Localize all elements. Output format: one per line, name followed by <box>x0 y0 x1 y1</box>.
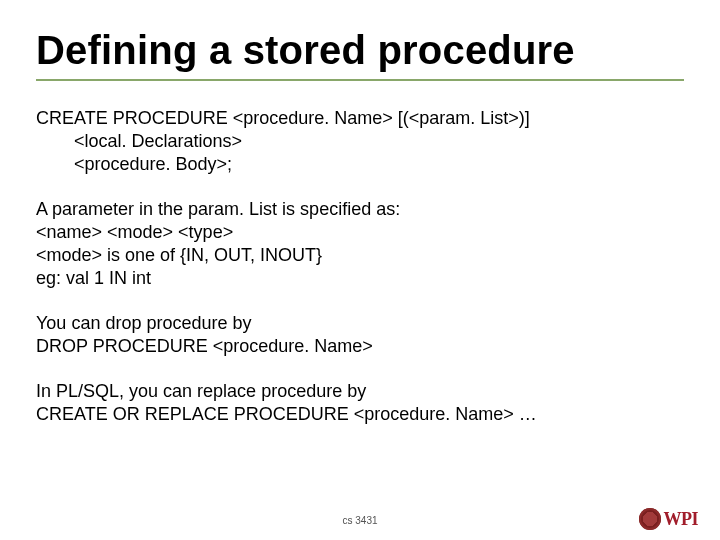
code-line: <procedure. Body>; <box>36 153 684 176</box>
text-line: You can drop procedure by <box>36 312 684 335</box>
slide-title: Defining a stored procedure <box>36 28 684 73</box>
text-line: <mode> is one of {IN, OUT, INOUT} <box>36 244 684 267</box>
paragraph: A parameter in the param. List is specif… <box>36 198 684 290</box>
wpi-wordmark: WPI <box>664 509 699 530</box>
code-block: CREATE PROCEDURE <procedure. Name> [(<pa… <box>36 107 684 176</box>
paragraph: In PL/SQL, you can replace procedure by … <box>36 380 684 426</box>
wpi-logo: WPI <box>639 508 699 530</box>
text-line: In PL/SQL, you can replace procedure by <box>36 380 684 403</box>
paragraph: You can drop procedure by DROP PROCEDURE… <box>36 312 684 358</box>
text-line: DROP PROCEDURE <procedure. Name> <box>36 335 684 358</box>
wpi-seal-icon <box>639 508 661 530</box>
slide-body: CREATE PROCEDURE <procedure. Name> [(<pa… <box>36 107 684 426</box>
text-line: <name> <mode> <type> <box>36 221 684 244</box>
footer-text: cs 3431 <box>0 515 720 526</box>
title-underline <box>36 79 684 81</box>
slide: Defining a stored procedure CREATE PROCE… <box>0 0 720 540</box>
code-line: CREATE PROCEDURE <procedure. Name> [(<pa… <box>36 107 684 130</box>
text-line: CREATE OR REPLACE PROCEDURE <procedure. … <box>36 403 684 426</box>
code-line: <local. Declarations> <box>36 130 684 153</box>
text-line: eg: val 1 IN int <box>36 267 684 290</box>
text-line: A parameter in the param. List is specif… <box>36 198 684 221</box>
